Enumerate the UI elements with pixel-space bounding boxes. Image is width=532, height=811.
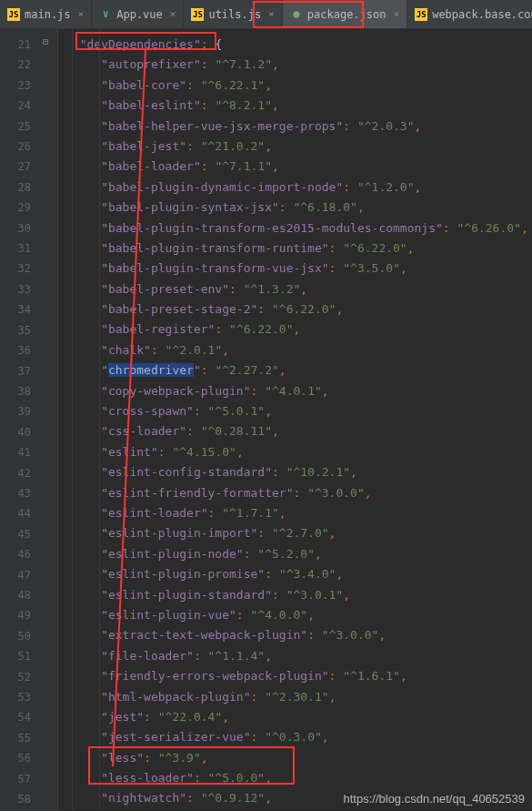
code-line: "babel-eslint": "^8.2.1", xyxy=(65,96,532,116)
code-line: "less": "^3.9", xyxy=(65,748,532,768)
code-line: "eslint-plugin-import": "^2.7.0", xyxy=(65,523,532,543)
line-number: 52 xyxy=(0,667,31,687)
line-number: 46 xyxy=(0,544,31,564)
code-line: "devDependencies": { xyxy=(65,35,532,55)
line-number: 29 xyxy=(0,198,31,218)
line-number: 26 xyxy=(0,137,31,157)
code-line: "babel-core": "^6.22.1", xyxy=(65,76,532,96)
code-line: "babel-plugin-syntax-jsx": "^6.18.0", xyxy=(65,198,532,218)
code-line: "chromedriver": "^2.27.2", xyxy=(65,360,532,380)
tab-bar: JS main.js × V App.vue × JS utils.js × ⬣… xyxy=(0,0,532,29)
code-line: "babel-plugin-transform-es2015-modules-c… xyxy=(65,218,532,238)
line-number: 24 xyxy=(0,96,31,116)
code-area[interactable]: "devDependencies": { "autoprefixer": "^7… xyxy=(58,29,532,811)
close-icon[interactable]: × xyxy=(268,8,275,20)
fold-gutter: ⊟ xyxy=(40,29,58,811)
line-number: 36 xyxy=(0,340,31,360)
js-icon: JS xyxy=(415,8,427,21)
line-number: 41 xyxy=(0,442,31,462)
line-number: 39 xyxy=(0,401,31,421)
watermark: https://blog.csdn.net/qq_40652539 xyxy=(344,792,526,806)
tab-label: utils.js xyxy=(208,8,261,21)
code-line: "chalk": "^2.0.1", xyxy=(65,340,532,360)
line-number: 22 xyxy=(0,55,31,75)
code-line: "eslint-plugin-node": "^5.2.0", xyxy=(65,544,532,564)
line-gutter: 2122232425262728293031323334353637383940… xyxy=(0,29,40,811)
fold-collapse-icon[interactable]: ⊟ xyxy=(43,36,54,47)
code-line: "eslint": "^4.15.0", xyxy=(65,442,532,462)
line-number: 53 xyxy=(0,687,31,707)
line-number: 45 xyxy=(0,524,31,544)
line-number: 58 xyxy=(0,789,31,809)
code-line: "jest": "^22.0.4", xyxy=(65,707,532,727)
editor: 2122232425262728293031323334353637383940… xyxy=(0,29,532,811)
line-number: 21 xyxy=(0,35,31,55)
close-icon[interactable]: × xyxy=(170,8,176,20)
line-number: 33 xyxy=(0,279,31,299)
js-icon: JS xyxy=(7,8,20,21)
code-line: "friendly-errors-webpack-plugin": "^1.6.… xyxy=(65,666,532,686)
code-line: "babel-register": "^6.22.0", xyxy=(65,319,532,340)
code-line: "css-loader": "^0.28.11", xyxy=(65,421,532,441)
line-number: 44 xyxy=(0,503,31,523)
tab-main-js[interactable]: JS main.js × xyxy=(0,0,92,28)
line-number: 28 xyxy=(0,177,31,198)
code-line: "eslint-plugin-standard": "^3.0.1", xyxy=(65,585,532,605)
code-line: "eslint-plugin-vue": "^4.0.0", xyxy=(65,605,532,625)
code-line: "babel-plugin-transform-vue-jsx": "^3.5.… xyxy=(65,259,532,279)
code-line: "autoprefixer": "^7.1.2", xyxy=(65,55,532,75)
code-line: "babel-preset-env": "^1.3.2", xyxy=(65,279,532,299)
code-line: "babel-helper-vue-jsx-merge-props": "^2.… xyxy=(65,117,532,137)
line-number: 35 xyxy=(0,320,31,340)
code-line: "babel-preset-stage-2": "^6.22.0", xyxy=(65,299,532,319)
code-line: "jest-serializer-vue": "^0.3.0", xyxy=(65,727,532,747)
line-number: 23 xyxy=(0,76,31,96)
tab-webpack-conf[interactable]: JS webpack.base.conf.js × xyxy=(407,0,532,28)
line-number: 50 xyxy=(0,626,31,646)
line-number: 40 xyxy=(0,422,31,442)
tab-utils-js[interactable]: JS utils.js × xyxy=(184,0,282,28)
line-number: 27 xyxy=(0,157,31,177)
line-number: 57 xyxy=(0,769,31,789)
line-number: 49 xyxy=(0,605,31,625)
line-number: 43 xyxy=(0,483,31,503)
code-line: "extract-text-webpack-plugin": "^3.0.0", xyxy=(65,625,532,645)
code-line: "babel-loader": "^7.1.1", xyxy=(65,157,532,177)
line-number: 56 xyxy=(0,748,31,768)
line-number: 31 xyxy=(0,238,31,259)
vue-icon: V xyxy=(99,8,112,21)
code-line: "eslint-friendly-formatter": "^3.0.0", xyxy=(65,483,532,503)
line-number: 37 xyxy=(0,361,31,381)
close-icon[interactable]: × xyxy=(394,8,400,20)
tab-label: package.json xyxy=(307,8,386,21)
line-number: 47 xyxy=(0,565,31,585)
line-number: 32 xyxy=(0,259,31,279)
json-icon: ⬣ xyxy=(290,8,303,21)
tab-app-vue[interactable]: V App.vue × xyxy=(92,0,184,28)
line-number: 42 xyxy=(0,463,31,483)
tab-label: webpack.base.conf.js xyxy=(432,8,532,21)
line-number: 51 xyxy=(0,646,31,666)
tab-label: main.js xyxy=(25,8,71,21)
code-line: "babel-plugin-transform-runtime": "^6.22… xyxy=(65,238,532,259)
line-number: 34 xyxy=(0,299,31,319)
code-line: "eslint-loader": "^1.7.1", xyxy=(65,503,532,523)
tab-label: App.vue xyxy=(116,8,163,21)
close-icon[interactable]: × xyxy=(78,8,85,20)
line-number: 55 xyxy=(0,728,31,748)
code-line: "babel-plugin-dynamic-import-node": "^1.… xyxy=(65,177,532,198)
code-line: "cross-spawn": "^5.0.1", xyxy=(65,401,532,421)
code-line: "copy-webpack-plugin": "^4.0.1", xyxy=(65,381,532,401)
code-line: "eslint-config-standard": "^10.2.1", xyxy=(65,462,532,482)
line-number: 30 xyxy=(0,218,31,238)
tab-package-json[interactable]: ⬣ package.json × xyxy=(283,0,407,28)
js-icon: JS xyxy=(191,8,204,21)
code-line: "eslint-plugin-promise": "^3.4.0", xyxy=(65,564,532,584)
line-number: 25 xyxy=(0,117,31,137)
code-line: "html-webpack-plugin": "^2.30.1", xyxy=(65,687,532,707)
line-number: 48 xyxy=(0,585,31,605)
code-line: "file-loader": "^1.1.4", xyxy=(65,646,532,666)
code-line: "less-loader": "^5.0.0", xyxy=(65,768,532,788)
line-number: 38 xyxy=(0,381,31,401)
line-number: 54 xyxy=(0,707,31,727)
